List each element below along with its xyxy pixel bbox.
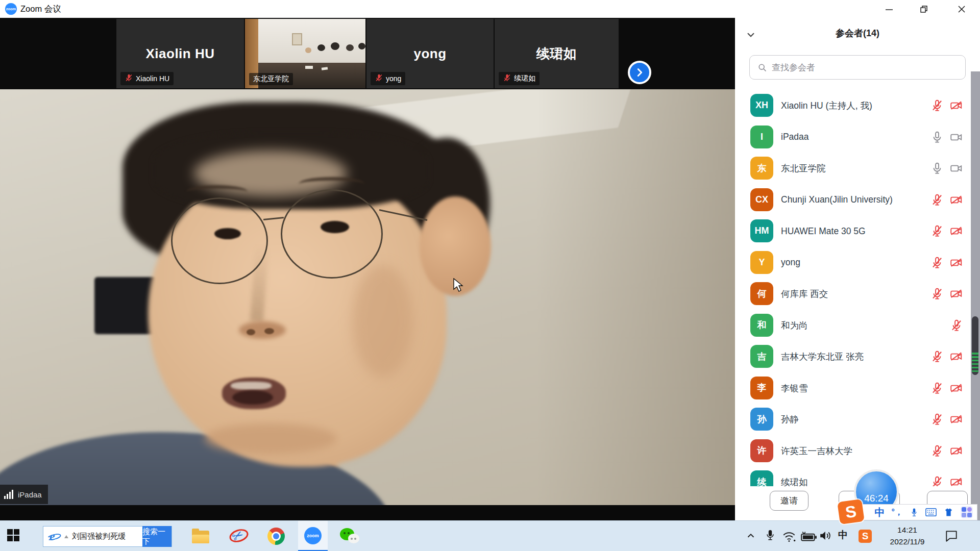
minimize-button[interactable]: [877, 0, 901, 18]
filmstrip-tile-yong[interactable]: yong yong: [366, 19, 494, 88]
glasses-left-lens: [171, 197, 268, 284]
mic-muted-icon: [930, 287, 944, 300]
tile-label: 续珺如: [499, 72, 540, 85]
mic-muted-icon: [930, 350, 944, 363]
camera-muted-icon: [949, 350, 963, 363]
filmstrip-tile-classroom[interactable]: 东北亚学院: [245, 19, 365, 88]
taskbar-clock[interactable]: 14:21 2022/11/9: [880, 524, 934, 548]
participant-av-status: [930, 466, 963, 486]
screenshot-tool-button[interactable]: ✂: [229, 528, 249, 545]
participant-row[interactable]: HM HUAWEI Mate 30 5G: [735, 215, 971, 247]
tray-network[interactable]: [782, 530, 797, 543]
search-participants-input[interactable]: 查找参会者: [749, 55, 966, 80]
taskbar-search-widget[interactable]: e 刘国强被判死缓 搜索一下: [43, 526, 172, 547]
restore-button[interactable]: [912, 0, 936, 18]
skin-icon[interactable]: [943, 507, 954, 517]
glasses-right-lens: [281, 189, 383, 279]
file-explorer-button[interactable]: [192, 529, 209, 543]
search-go-button[interactable]: 搜索一下: [142, 526, 172, 547]
participant-av-status: [930, 278, 963, 310]
window-title: Zoom 会议: [20, 0, 61, 18]
camera-muted-icon: [949, 413, 963, 426]
tray-sogou[interactable]: S: [859, 530, 872, 543]
ime-mode-button[interactable]: 中: [875, 506, 885, 519]
participant-row[interactable]: I iPadaa: [735, 121, 971, 153]
participant-av-status: [930, 247, 963, 279]
close-button[interactable]: [950, 0, 973, 18]
folder-icon: [192, 529, 209, 543]
filmstrip-tile-xujunru[interactable]: 续珺如 续珺如: [495, 19, 619, 88]
participant-row[interactable]: 孙 孙静: [735, 404, 971, 435]
scrollbar-thumb[interactable]: [972, 316, 978, 375]
participant-list: XH Xiaolin HU (主持人, 我) I iPadaa 东 东北亚学院 …: [735, 87, 971, 486]
tray-battery[interactable]: [800, 531, 818, 542]
edge-icon: e: [47, 530, 61, 543]
participant-row[interactable]: 许 许英玉一吉林大学: [735, 435, 971, 467]
next-page-button[interactable]: [628, 61, 651, 84]
participant-av-status: [950, 310, 963, 341]
muted-mic-icon: [125, 73, 133, 82]
mic-on-icon: [930, 162, 944, 175]
restore-icon: [918, 3, 930, 15]
participant-row[interactable]: 续 续珺如: [735, 466, 971, 486]
invite-button[interactable]: 邀请: [770, 491, 808, 511]
chrome-button[interactable]: [267, 528, 285, 545]
zoom-logo-icon: zoom: [5, 3, 17, 15]
voice-input-icon[interactable]: [910, 507, 919, 517]
mic-muted-icon: [930, 99, 944, 112]
participant-name: yong: [781, 247, 800, 279]
tray-expand-button[interactable]: [744, 530, 757, 541]
action-center-button[interactable]: [944, 529, 959, 542]
camera-muted-icon: [949, 99, 963, 112]
scrollbar[interactable]: [971, 71, 980, 520]
start-button[interactable]: [7, 529, 19, 541]
sogou-tools-icon[interactable]: [961, 506, 973, 518]
participant-row[interactable]: Y yong: [735, 247, 971, 279]
screen: zoom Zoom 会议 Xiaolin HU Xiaolin HU: [0, 0, 980, 551]
sogou-logo-icon[interactable]: S: [837, 499, 865, 524]
battery-icon: [800, 531, 818, 542]
tray-volume[interactable]: [819, 529, 834, 542]
camera-muted-icon: [949, 475, 963, 486]
wechat-button[interactable]: [340, 528, 360, 545]
punctuation-button[interactable]: °，: [892, 507, 903, 518]
participants-panel: 参会者(14) 查找参会者 XH Xiaolin HU (主持人, 我) I i…: [735, 18, 980, 520]
participant-name: 和为尚: [781, 310, 808, 341]
participant-name: 李银雪: [781, 372, 808, 404]
filmstrip-tile-xiaolin-hu[interactable]: Xiaolin HU Xiaolin HU: [116, 19, 244, 88]
camera-muted-icon: [949, 382, 963, 395]
camera-muted-icon: [949, 287, 963, 300]
clock-date: 2022/11/9: [880, 536, 934, 547]
notification-icon: [944, 529, 959, 542]
participant-row[interactable]: 东 东北亚学院: [735, 153, 971, 184]
participant-av-status: [930, 215, 963, 247]
search-query-text: 刘国强被判死缓: [72, 532, 126, 541]
speaker-icon: [819, 529, 834, 542]
tray-microphone[interactable]: [765, 528, 776, 543]
close-icon: [955, 3, 968, 15]
participant-name: 东北亚学院: [781, 153, 826, 184]
taskbar: e 刘国强被判死缓 搜索一下 ✂ zoom: [0, 520, 980, 551]
muted-mic-icon: [503, 73, 511, 82]
sogou-icon: S: [859, 530, 872, 543]
search-icon: [757, 62, 768, 73]
participant-row[interactable]: CX Chunji Xuan(Jilin University): [735, 184, 971, 216]
chevron-up-icon: [744, 530, 757, 541]
participant-row[interactable]: 李 李银雪: [735, 372, 971, 404]
participant-row[interactable]: XH Xiaolin HU (主持人, 我): [735, 90, 971, 121]
signal-bars-icon: [4, 490, 14, 499]
avatar: XH: [750, 94, 773, 117]
avatar: 吉: [750, 345, 773, 368]
zoom-app-button-active[interactable]: zoom: [298, 521, 328, 551]
participant-row[interactable]: 和 和为尚: [735, 310, 971, 341]
participant-av-status: [930, 372, 963, 404]
participant-row[interactable]: 吉 吉林大学东北亚 张亮: [735, 341, 971, 372]
tray-ime-mode[interactable]: 中: [838, 529, 848, 542]
participant-row[interactable]: 何 何库库 西交: [735, 278, 971, 310]
video-filmstrip: Xiaolin HU Xiaolin HU 东北亚学院 yong: [0, 18, 735, 89]
mic-muted-icon: [930, 224, 944, 238]
participant-name: Chunji Xuan(Jilin University): [781, 184, 893, 216]
tile-label: yong: [371, 72, 405, 85]
participant-name: 吉林大学东北亚 张亮: [781, 341, 864, 372]
soft-keyboard-icon[interactable]: [925, 508, 937, 517]
